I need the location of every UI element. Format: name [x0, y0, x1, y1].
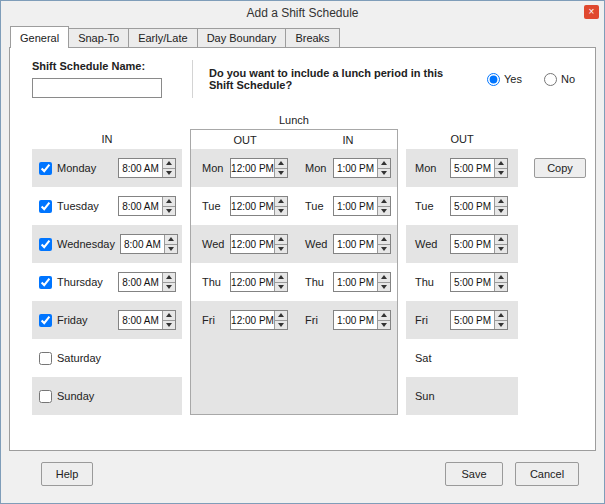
spinner-down-icon[interactable]: [378, 282, 390, 292]
col-header-out: OUT: [406, 129, 518, 149]
thursday-out-spinner[interactable]: 5:00 PM: [450, 272, 508, 292]
shift-schedule-name-input[interactable]: [32, 78, 162, 98]
friday-lunch-in-spinner[interactable]: 1:00 PM: [333, 310, 391, 330]
lunch-question-group: Do you want to include a lunch period in…: [192, 60, 575, 98]
spinner-down-icon[interactable]: [378, 206, 390, 216]
spinner-up-icon[interactable]: [275, 311, 287, 320]
lunch-cell: [190, 339, 398, 377]
spinner-down-icon[interactable]: [163, 282, 175, 292]
tab-snap-to[interactable]: Snap-To: [69, 28, 129, 47]
tab-day-boundary[interactable]: Day Boundary: [198, 28, 287, 47]
sunday-checkbox[interactable]: [39, 390, 52, 403]
thursday-checkbox[interactable]: [39, 276, 52, 289]
tuesday-checkbox[interactable]: [39, 200, 52, 213]
lunch-title-row: Lunch: [32, 112, 595, 129]
spinner-up-icon[interactable]: [163, 273, 175, 282]
friday-out-spinner[interactable]: 5:00 PM: [450, 310, 508, 330]
spinner-down-icon[interactable]: [495, 206, 507, 216]
wednesday-in-spinner[interactable]: 8:00 AM: [120, 234, 178, 254]
spinner-up-icon[interactable]: [275, 273, 287, 282]
schedule-row-wednesday: Wednesday 8:00 AM Wed 12:00 PM Wed 1:00 …: [32, 225, 595, 263]
spinner-down-icon[interactable]: [275, 244, 287, 254]
spinner-down-icon[interactable]: [275, 282, 287, 292]
spinner-down-icon[interactable]: [495, 168, 507, 178]
lunch-cell: Wed 12:00 PM Wed 1:00 PM: [190, 225, 398, 263]
spinner-down-icon[interactable]: [495, 244, 507, 254]
day-cell: Thursday 8:00 AM: [32, 263, 182, 301]
lunch-column-headers: OUT IN: [190, 129, 398, 149]
tab-page-general: Shift Schedule Name: Do you want to incl…: [9, 47, 596, 451]
spinner-up-icon[interactable]: [165, 235, 177, 244]
spinner-up-icon[interactable]: [163, 311, 175, 320]
tuesday-in-spinner[interactable]: 8:00 AM: [118, 196, 176, 216]
monday-in-spinner[interactable]: 8:00 AM: [118, 158, 176, 178]
saturday-checkbox[interactable]: [39, 352, 52, 365]
thursday-lunch-out-spinner[interactable]: 12:00 PM: [230, 272, 288, 292]
out-cell: Thu 5:00 PM: [406, 263, 518, 301]
help-button[interactable]: Help: [41, 462, 93, 486]
spinner-down-icon[interactable]: [165, 244, 177, 254]
day-cell: Saturday: [32, 339, 182, 377]
spinner-up-icon[interactable]: [275, 197, 287, 206]
close-icon[interactable]: ×: [584, 5, 599, 19]
thursday-lunch-in-spinner[interactable]: 1:00 PM: [333, 272, 391, 292]
tab-breaks[interactable]: Breaks: [286, 28, 339, 47]
spinner-up-icon[interactable]: [275, 159, 287, 168]
tuesday-lunch-out-spinner[interactable]: 12:00 PM: [230, 196, 288, 216]
spinner-up-icon[interactable]: [163, 159, 175, 168]
spinner-down-icon[interactable]: [495, 320, 507, 330]
spinner-up-icon[interactable]: [275, 235, 287, 244]
spinner-down-icon[interactable]: [378, 320, 390, 330]
wednesday-lunch-in-spinner[interactable]: 1:00 PM: [333, 234, 391, 254]
schedule-row-tuesday: Tuesday 8:00 AM Tue 12:00 PM Tue 1:00 PM…: [32, 187, 595, 225]
tuesday-lunch-in-spinner[interactable]: 1:00 PM: [333, 196, 391, 216]
spinner-down-icon[interactable]: [163, 206, 175, 216]
lunch-yes-option[interactable]: Yes: [487, 73, 522, 86]
lunch-no-option[interactable]: No: [544, 73, 575, 86]
spinner-down-icon[interactable]: [275, 320, 287, 330]
spinner-up-icon[interactable]: [495, 159, 507, 168]
spinner-up-icon[interactable]: [378, 311, 390, 320]
spinner-up-icon[interactable]: [378, 235, 390, 244]
tab-general[interactable]: General: [10, 26, 69, 48]
cancel-button[interactable]: Cancel: [515, 462, 579, 486]
spinner-up-icon[interactable]: [163, 197, 175, 206]
lunch-yes-radio[interactable]: [487, 73, 500, 86]
friday-lunch-out-spinner[interactable]: 12:00 PM: [230, 310, 288, 330]
wednesday-out-spinner[interactable]: 5:00 PM: [450, 234, 508, 254]
spinner-down-icon[interactable]: [163, 168, 175, 178]
spinner-down-icon[interactable]: [495, 282, 507, 292]
spinner-up-icon[interactable]: [378, 273, 390, 282]
copy-button[interactable]: Copy: [534, 158, 586, 178]
monday-out-spinner[interactable]: 5:00 PM: [450, 158, 508, 178]
friday-in-spinner[interactable]: 8:00 AM: [118, 310, 176, 330]
spinner-up-icon[interactable]: [495, 273, 507, 282]
tab-bar: General Snap-To Early/Late Day Boundary …: [1, 25, 604, 47]
friday-checkbox[interactable]: [39, 314, 52, 327]
schedule-row-saturday: Saturday Sat: [32, 339, 595, 377]
spinner-up-icon[interactable]: [378, 159, 390, 168]
spinner-down-icon[interactable]: [378, 168, 390, 178]
spinner-up-icon[interactable]: [378, 197, 390, 206]
lunch-cell: Tue 12:00 PM Tue 1:00 PM: [190, 187, 398, 225]
save-button[interactable]: Save: [445, 462, 503, 486]
thursday-in-spinner[interactable]: 8:00 AM: [118, 272, 176, 292]
spinner-up-icon[interactable]: [495, 235, 507, 244]
spinner-up-icon[interactable]: [495, 311, 507, 320]
wednesday-checkbox[interactable]: [39, 238, 52, 251]
col-header-in: IN: [32, 129, 182, 149]
monday-lunch-out-spinner[interactable]: 12:00 PM: [230, 158, 288, 178]
tuesday-out-spinner[interactable]: 5:00 PM: [450, 196, 508, 216]
day-cell: Wednesday 8:00 AM: [32, 225, 182, 263]
tab-early-late[interactable]: Early/Late: [129, 28, 198, 47]
spinner-down-icon[interactable]: [275, 168, 287, 178]
spinner-down-icon[interactable]: [163, 320, 175, 330]
spinner-down-icon[interactable]: [275, 206, 287, 216]
spinner-up-icon[interactable]: [495, 197, 507, 206]
lunch-question-text: Do you want to include a lunch period in…: [209, 67, 465, 91]
lunch-no-radio[interactable]: [544, 73, 557, 86]
monday-checkbox[interactable]: [39, 162, 52, 175]
wednesday-lunch-out-spinner[interactable]: 12:00 PM: [230, 234, 288, 254]
spinner-down-icon[interactable]: [378, 244, 390, 254]
monday-lunch-in-spinner[interactable]: 1:00 PM: [333, 158, 391, 178]
